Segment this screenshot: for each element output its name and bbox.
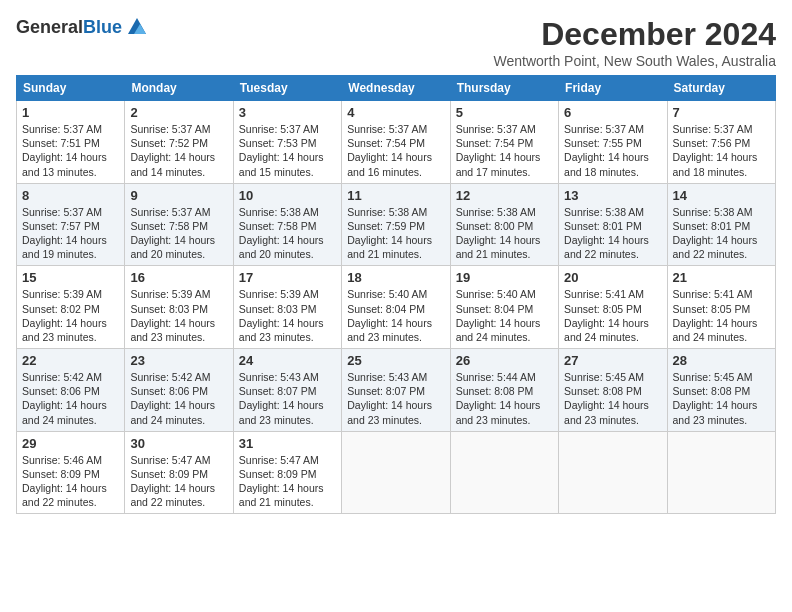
day-info: Sunrise: 5:43 AMSunset: 8:07 PMDaylight:…	[347, 370, 444, 427]
calendar-cell: 24Sunrise: 5:43 AMSunset: 8:07 PMDayligh…	[233, 349, 341, 432]
day-number: 5	[456, 105, 553, 120]
calendar-cell: 4Sunrise: 5:37 AMSunset: 7:54 PMDaylight…	[342, 101, 450, 184]
header-cell-sunday: Sunday	[17, 76, 125, 101]
calendar-cell: 12Sunrise: 5:38 AMSunset: 8:00 PMDayligh…	[450, 183, 558, 266]
day-number: 3	[239, 105, 336, 120]
calendar-cell: 22Sunrise: 5:42 AMSunset: 8:06 PMDayligh…	[17, 349, 125, 432]
day-info: Sunrise: 5:38 AMSunset: 8:01 PMDaylight:…	[673, 205, 770, 262]
day-info: Sunrise: 5:37 AMSunset: 7:56 PMDaylight:…	[673, 122, 770, 179]
calendar-week-2: 8Sunrise: 5:37 AMSunset: 7:57 PMDaylight…	[17, 183, 776, 266]
day-number: 24	[239, 353, 336, 368]
calendar-cell: 17Sunrise: 5:39 AMSunset: 8:03 PMDayligh…	[233, 266, 341, 349]
day-info: Sunrise: 5:37 AMSunset: 7:51 PMDaylight:…	[22, 122, 119, 179]
day-number: 29	[22, 436, 119, 451]
day-number: 23	[130, 353, 227, 368]
day-number: 17	[239, 270, 336, 285]
calendar-cell: 18Sunrise: 5:40 AMSunset: 8:04 PMDayligh…	[342, 266, 450, 349]
logo-text: GeneralBlue	[16, 17, 122, 38]
day-info: Sunrise: 5:39 AMSunset: 8:02 PMDaylight:…	[22, 287, 119, 344]
calendar-cell: 21Sunrise: 5:41 AMSunset: 8:05 PMDayligh…	[667, 266, 775, 349]
day-number: 14	[673, 188, 770, 203]
calendar-cell: 23Sunrise: 5:42 AMSunset: 8:06 PMDayligh…	[125, 349, 233, 432]
calendar-cell: 2Sunrise: 5:37 AMSunset: 7:52 PMDaylight…	[125, 101, 233, 184]
calendar-cell: 7Sunrise: 5:37 AMSunset: 7:56 PMDaylight…	[667, 101, 775, 184]
day-info: Sunrise: 5:47 AMSunset: 8:09 PMDaylight:…	[130, 453, 227, 510]
day-info: Sunrise: 5:38 AMSunset: 8:01 PMDaylight:…	[564, 205, 661, 262]
calendar-week-3: 15Sunrise: 5:39 AMSunset: 8:02 PMDayligh…	[17, 266, 776, 349]
calendar-table: SundayMondayTuesdayWednesdayThursdayFrid…	[16, 75, 776, 514]
calendar-cell: 8Sunrise: 5:37 AMSunset: 7:57 PMDaylight…	[17, 183, 125, 266]
location-title: Wentworth Point, New South Wales, Austra…	[494, 53, 776, 69]
calendar-cell: 3Sunrise: 5:37 AMSunset: 7:53 PMDaylight…	[233, 101, 341, 184]
day-info: Sunrise: 5:38 AMSunset: 8:00 PMDaylight:…	[456, 205, 553, 262]
day-number: 16	[130, 270, 227, 285]
day-info: Sunrise: 5:38 AMSunset: 7:59 PMDaylight:…	[347, 205, 444, 262]
day-number: 27	[564, 353, 661, 368]
day-number: 12	[456, 188, 553, 203]
calendar-week-1: 1Sunrise: 5:37 AMSunset: 7:51 PMDaylight…	[17, 101, 776, 184]
calendar-cell: 16Sunrise: 5:39 AMSunset: 8:03 PMDayligh…	[125, 266, 233, 349]
day-info: Sunrise: 5:42 AMSunset: 8:06 PMDaylight:…	[22, 370, 119, 427]
day-info: Sunrise: 5:37 AMSunset: 7:52 PMDaylight:…	[130, 122, 227, 179]
day-number: 6	[564, 105, 661, 120]
calendar-cell: 31Sunrise: 5:47 AMSunset: 8:09 PMDayligh…	[233, 431, 341, 514]
day-number: 8	[22, 188, 119, 203]
day-info: Sunrise: 5:39 AMSunset: 8:03 PMDaylight:…	[239, 287, 336, 344]
day-number: 10	[239, 188, 336, 203]
header-cell-wednesday: Wednesday	[342, 76, 450, 101]
header-cell-thursday: Thursday	[450, 76, 558, 101]
logo-icon	[126, 16, 148, 38]
calendar-cell: 1Sunrise: 5:37 AMSunset: 7:51 PMDaylight…	[17, 101, 125, 184]
day-info: Sunrise: 5:42 AMSunset: 8:06 PMDaylight:…	[130, 370, 227, 427]
day-info: Sunrise: 5:37 AMSunset: 7:54 PMDaylight:…	[456, 122, 553, 179]
month-title: December 2024	[494, 16, 776, 53]
day-number: 1	[22, 105, 119, 120]
calendar-cell: 10Sunrise: 5:38 AMSunset: 7:58 PMDayligh…	[233, 183, 341, 266]
day-info: Sunrise: 5:40 AMSunset: 8:04 PMDaylight:…	[347, 287, 444, 344]
day-number: 30	[130, 436, 227, 451]
header-cell-monday: Monday	[125, 76, 233, 101]
calendar-cell: 15Sunrise: 5:39 AMSunset: 8:02 PMDayligh…	[17, 266, 125, 349]
day-number: 20	[564, 270, 661, 285]
day-info: Sunrise: 5:46 AMSunset: 8:09 PMDaylight:…	[22, 453, 119, 510]
day-number: 9	[130, 188, 227, 203]
calendar-cell: 9Sunrise: 5:37 AMSunset: 7:58 PMDaylight…	[125, 183, 233, 266]
calendar-cell: 29Sunrise: 5:46 AMSunset: 8:09 PMDayligh…	[17, 431, 125, 514]
day-number: 4	[347, 105, 444, 120]
calendar-cell: 20Sunrise: 5:41 AMSunset: 8:05 PMDayligh…	[559, 266, 667, 349]
calendar-cell: 30Sunrise: 5:47 AMSunset: 8:09 PMDayligh…	[125, 431, 233, 514]
day-number: 31	[239, 436, 336, 451]
calendar-cell: 26Sunrise: 5:44 AMSunset: 8:08 PMDayligh…	[450, 349, 558, 432]
day-number: 25	[347, 353, 444, 368]
day-info: Sunrise: 5:40 AMSunset: 8:04 PMDaylight:…	[456, 287, 553, 344]
calendar-cell: 11Sunrise: 5:38 AMSunset: 7:59 PMDayligh…	[342, 183, 450, 266]
calendar-cell: 14Sunrise: 5:38 AMSunset: 8:01 PMDayligh…	[667, 183, 775, 266]
day-info: Sunrise: 5:41 AMSunset: 8:05 PMDaylight:…	[564, 287, 661, 344]
header-cell-tuesday: Tuesday	[233, 76, 341, 101]
calendar-cell: 19Sunrise: 5:40 AMSunset: 8:04 PMDayligh…	[450, 266, 558, 349]
header-cell-friday: Friday	[559, 76, 667, 101]
logo: GeneralBlue	[16, 16, 148, 38]
day-number: 19	[456, 270, 553, 285]
day-info: Sunrise: 5:45 AMSunset: 8:08 PMDaylight:…	[673, 370, 770, 427]
calendar-cell: 6Sunrise: 5:37 AMSunset: 7:55 PMDaylight…	[559, 101, 667, 184]
day-number: 13	[564, 188, 661, 203]
day-info: Sunrise: 5:37 AMSunset: 7:53 PMDaylight:…	[239, 122, 336, 179]
day-number: 22	[22, 353, 119, 368]
calendar-cell	[342, 431, 450, 514]
header-cell-saturday: Saturday	[667, 76, 775, 101]
calendar-cell	[559, 431, 667, 514]
day-info: Sunrise: 5:47 AMSunset: 8:09 PMDaylight:…	[239, 453, 336, 510]
calendar-cell: 28Sunrise: 5:45 AMSunset: 8:08 PMDayligh…	[667, 349, 775, 432]
calendar-cell	[667, 431, 775, 514]
calendar-week-5: 29Sunrise: 5:46 AMSunset: 8:09 PMDayligh…	[17, 431, 776, 514]
day-number: 7	[673, 105, 770, 120]
day-info: Sunrise: 5:37 AMSunset: 7:57 PMDaylight:…	[22, 205, 119, 262]
calendar-cell: 25Sunrise: 5:43 AMSunset: 8:07 PMDayligh…	[342, 349, 450, 432]
day-number: 21	[673, 270, 770, 285]
day-number: 15	[22, 270, 119, 285]
day-info: Sunrise: 5:39 AMSunset: 8:03 PMDaylight:…	[130, 287, 227, 344]
day-info: Sunrise: 5:43 AMSunset: 8:07 PMDaylight:…	[239, 370, 336, 427]
day-info: Sunrise: 5:37 AMSunset: 7:54 PMDaylight:…	[347, 122, 444, 179]
title-area: December 2024 Wentworth Point, New South…	[494, 16, 776, 69]
